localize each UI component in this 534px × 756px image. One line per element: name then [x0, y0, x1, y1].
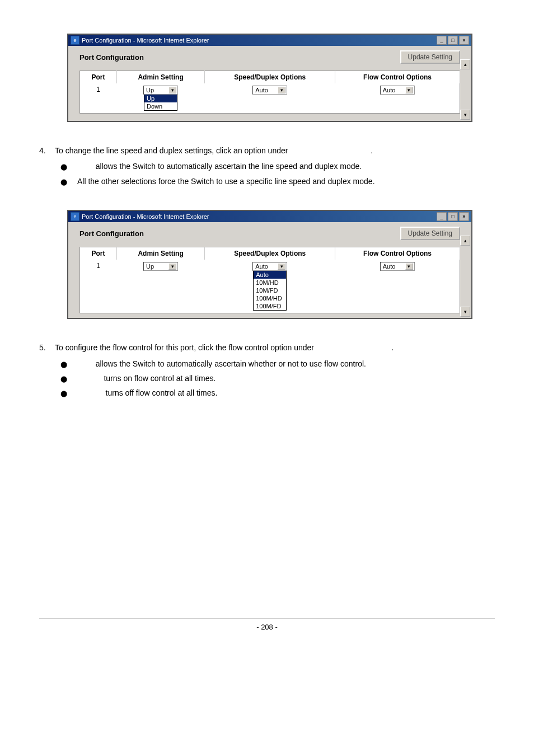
speed-option-10mhd[interactable]: 10M/HD [254, 279, 286, 287]
step-number: 4. [39, 144, 55, 157]
speed-option-10mfd[interactable]: 10M/FD [254, 287, 286, 294]
bullet-text: turns off flow control at all times. [106, 388, 218, 397]
col-flow: Flow Control Options [335, 71, 460, 84]
cell-port: 1 [80, 260, 117, 313]
speed-option-100mfd[interactable]: 100M/FD [254, 302, 286, 310]
titlebar: e Port Configuration - Microsoft Interne… [68, 35, 471, 46]
flow-select[interactable]: Auto [380, 262, 415, 271]
speed-option-auto[interactable]: Auto [254, 271, 286, 279]
window-title: Port Configuration - Microsoft Internet … [82, 213, 437, 220]
step-5-bullet-1: ⬤ Auto allows the Switch to automaticall… [60, 358, 495, 370]
window-title: Port Configuration - Microsoft Internet … [82, 37, 437, 44]
minimize-icon[interactable]: _ [437, 36, 447, 45]
close-icon[interactable]: × [459, 36, 469, 45]
page-title: Port Configuration [79, 53, 144, 62]
speed-option-100mhd[interactable]: 100M/HD [254, 294, 286, 302]
admin-option-up[interactable]: Up [144, 95, 177, 102]
step-4-text: To change the line speed and duplex sett… [55, 146, 288, 155]
admin-select[interactable]: Up [143, 86, 178, 95]
scroll-down-icon[interactable]: ▾ [460, 110, 470, 120]
maximize-icon[interactable]: □ [448, 36, 458, 45]
config-table: Port Admin Setting Speed/Duplex Options … [79, 247, 460, 313]
bullet-icon: ⬤ [60, 160, 77, 172]
col-admin: Admin Setting [116, 71, 205, 84]
bullet-text: All the other selections force the Switc… [77, 175, 375, 187]
scroll-up-icon[interactable]: ▴ [460, 59, 470, 69]
browser-window-2: e Port Configuration - Microsoft Interne… [67, 210, 472, 319]
step-5-bullet-3: ⬤ Disable turns off flow control at all … [60, 387, 495, 399]
speed-dropdown[interactable]: Auto 10M/HD 10M/FD 100M/HD 100M/FD [253, 270, 287, 311]
col-port: Port [80, 71, 117, 84]
scroll-up-icon[interactable]: ▴ [460, 236, 470, 246]
maximize-icon[interactable]: □ [448, 212, 458, 221]
step-4-bullet-2: ⬤ All the other selections force the Swi… [60, 175, 495, 187]
period: . [392, 343, 394, 352]
bullet-text: allows the Switch to automatically ascer… [96, 359, 366, 368]
update-setting-button[interactable]: Update Setting [400, 227, 460, 240]
ie-icon: e [71, 36, 79, 45]
step-5: 5. To configure the flow control for thi… [39, 341, 495, 354]
flow-select[interactable]: Auto [380, 86, 415, 95]
close-icon[interactable]: × [459, 212, 469, 221]
speed-select[interactable]: Auto [252, 86, 287, 95]
speed-select[interactable]: Auto [252, 262, 287, 271]
bullet-icon: ⬤ [60, 387, 77, 399]
col-speed: Speed/Duplex Options [205, 71, 335, 84]
bullet-icon: ⬤ [60, 175, 77, 187]
step-5-bullet-2: ⬤ Enable turns on flow control at all ti… [60, 372, 495, 384]
titlebar: e Port Configuration - Microsoft Interne… [68, 211, 471, 222]
col-speed: Speed/Duplex Options [205, 247, 335, 260]
step-4-bullet-1: ⬤ Auto allows the Switch to automaticall… [60, 160, 495, 172]
bullet-icon: ⬤ [60, 372, 77, 384]
cell-port: 1 [80, 83, 117, 114]
bullet-icon: ⬤ [60, 358, 77, 370]
minimize-icon[interactable]: _ [437, 212, 447, 221]
page-number: - 208 - [256, 623, 278, 631]
col-port: Port [80, 247, 117, 260]
bullet-text: allows the Switch to automatically ascer… [96, 162, 362, 171]
bullet-text: turns on flow control at all times. [104, 374, 216, 383]
scroll-down-icon[interactable]: ▾ [460, 307, 470, 317]
page-footer: - 208 - [39, 618, 495, 631]
step-5-text: To configure the flow control for this p… [55, 343, 314, 352]
admin-option-down[interactable]: Down [144, 102, 177, 110]
admin-select[interactable]: Up [143, 262, 178, 271]
step-number: 5. [39, 341, 55, 354]
update-setting-button[interactable]: Update Setting [400, 50, 460, 64]
page-title: Port Configuration [79, 229, 144, 238]
period: . [371, 146, 373, 155]
step-4: 4. To change the line speed and duplex s… [39, 144, 495, 157]
config-table: Port Admin Setting Speed/Duplex Options … [79, 71, 460, 114]
col-admin: Admin Setting [116, 247, 205, 260]
col-flow: Flow Control Options [335, 247, 460, 260]
browser-window-1: e Port Configuration - Microsoft Interne… [67, 34, 472, 122]
admin-dropdown[interactable]: Up Down [144, 94, 177, 111]
ie-icon: e [71, 212, 79, 221]
